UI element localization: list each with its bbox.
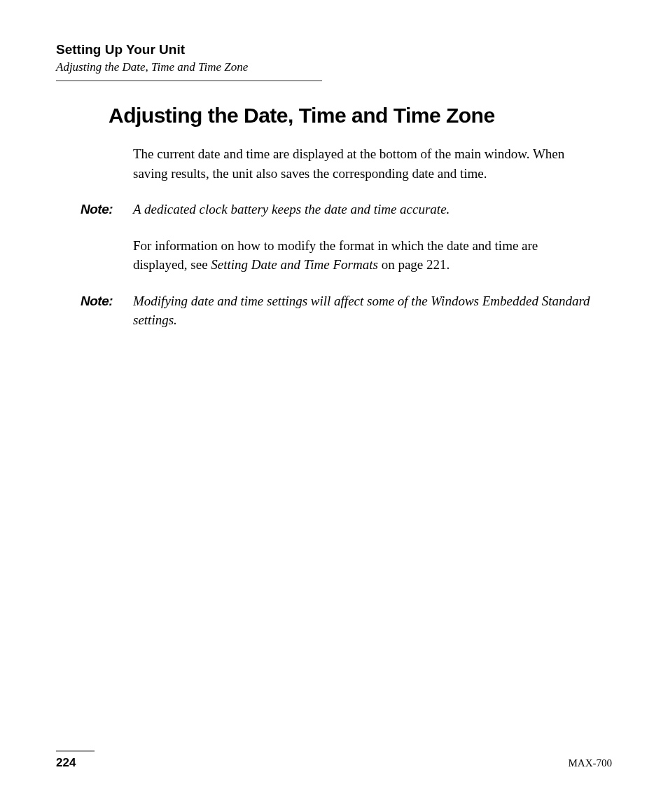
note-label: Note: xyxy=(81,291,133,330)
para2-post: on page 221. xyxy=(378,257,450,272)
header-divider xyxy=(56,80,322,81)
note-block-2: Note: Modifying date and time settings w… xyxy=(81,291,591,330)
chapter-title: Setting Up Your Unit xyxy=(56,42,612,57)
note-text: A dedicated clock battery keeps the date… xyxy=(133,200,591,219)
footer-divider xyxy=(56,750,95,752)
document-page: Setting Up Your Unit Adjusting the Date,… xyxy=(0,0,668,812)
note-block-1: Note: A dedicated clock battery keeps th… xyxy=(81,200,591,219)
section-name: Adjusting the Date, Time and Time Zone xyxy=(56,60,612,74)
body-paragraph-2: For information on how to modify the for… xyxy=(133,236,591,275)
body-paragraph-1: The current date and time are displayed … xyxy=(133,144,591,183)
note-label: Note: xyxy=(81,200,133,219)
main-heading: Adjusting the Date, Time and Time Zone xyxy=(109,104,612,128)
page-footer: 224 MAX-700 xyxy=(56,750,612,770)
product-name: MAX-700 xyxy=(569,757,613,769)
note-text: Modifying date and time settings will af… xyxy=(133,291,591,330)
cross-reference: Setting Date and Time Formats xyxy=(211,257,378,272)
page-number: 224 xyxy=(56,756,76,770)
footer-row: 224 MAX-700 xyxy=(56,756,612,770)
page-header: Setting Up Your Unit Adjusting the Date,… xyxy=(56,42,612,81)
